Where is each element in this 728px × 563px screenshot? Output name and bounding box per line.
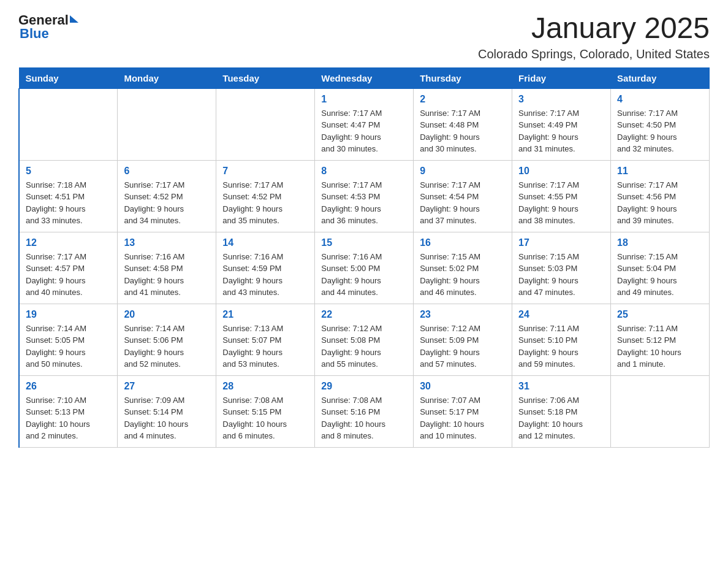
day-info: Sunrise: 7:11 AMSunset: 5:12 PMDaylight:… <box>617 323 703 370</box>
calendar-cell <box>19 88 118 160</box>
day-info: Sunrise: 7:17 AMSunset: 4:50 PMDaylight:… <box>617 107 703 155</box>
day-number: 22 <box>321 309 407 320</box>
day-number: 13 <box>124 237 210 248</box>
calendar-week-5: 26Sunrise: 7:10 AMSunset: 5:13 PMDayligh… <box>19 375 710 447</box>
day-info: Sunrise: 7:17 AMSunset: 4:47 PMDaylight:… <box>321 107 407 155</box>
day-number: 4 <box>617 94 703 105</box>
calendar-cell: 17Sunrise: 7:15 AMSunset: 5:03 PMDayligh… <box>512 232 611 304</box>
calendar-cell: 12Sunrise: 7:17 AMSunset: 4:57 PMDayligh… <box>19 232 118 304</box>
day-number: 19 <box>26 309 111 320</box>
calendar-cell: 30Sunrise: 7:07 AMSunset: 5:17 PMDayligh… <box>414 375 512 447</box>
calendar-cell: 11Sunrise: 7:17 AMSunset: 4:56 PMDayligh… <box>611 160 710 232</box>
day-number: 18 <box>617 237 703 248</box>
day-number: 26 <box>26 381 111 392</box>
day-info: Sunrise: 7:16 AMSunset: 4:58 PMDaylight:… <box>124 251 210 299</box>
day-info: Sunrise: 7:06 AMSunset: 5:18 PMDaylight:… <box>518 394 604 442</box>
calendar-cell: 1Sunrise: 7:17 AMSunset: 4:47 PMDaylight… <box>315 88 414 160</box>
calendar-cell: 19Sunrise: 7:14 AMSunset: 5:05 PMDayligh… <box>19 304 118 375</box>
calendar-cell: 27Sunrise: 7:09 AMSunset: 5:14 PMDayligh… <box>118 375 216 447</box>
day-info: Sunrise: 7:08 AMSunset: 5:16 PMDaylight:… <box>321 394 407 442</box>
day-number: 15 <box>321 237 407 248</box>
day-info: Sunrise: 7:17 AMSunset: 4:57 PMDaylight:… <box>26 251 111 299</box>
title-block: January 2025 Colorado Springs, Colorado,… <box>478 12 710 61</box>
col-saturday: Saturday <box>611 67 710 88</box>
day-info: Sunrise: 7:07 AMSunset: 5:17 PMDaylight:… <box>420 394 506 442</box>
day-info: Sunrise: 7:17 AMSunset: 4:56 PMDaylight:… <box>617 179 703 227</box>
calendar-cell <box>118 88 216 160</box>
calendar-cell: 5Sunrise: 7:18 AMSunset: 4:51 PMDaylight… <box>19 160 118 232</box>
day-info: Sunrise: 7:14 AMSunset: 5:05 PMDaylight:… <box>26 323 111 370</box>
day-number: 25 <box>617 309 703 320</box>
day-info: Sunrise: 7:12 AMSunset: 5:08 PMDaylight:… <box>321 323 407 370</box>
calendar-header: Sunday Monday Tuesday Wednesday Thursday… <box>19 67 710 88</box>
day-number: 3 <box>518 94 604 105</box>
calendar-cell: 22Sunrise: 7:12 AMSunset: 5:08 PMDayligh… <box>315 304 414 375</box>
col-friday: Friday <box>512 67 611 88</box>
calendar-cell: 2Sunrise: 7:17 AMSunset: 4:48 PMDaylight… <box>414 88 512 160</box>
calendar-cell: 28Sunrise: 7:08 AMSunset: 5:15 PMDayligh… <box>216 375 315 447</box>
col-tuesday: Tuesday <box>216 67 315 88</box>
col-thursday: Thursday <box>414 67 512 88</box>
calendar-cell: 23Sunrise: 7:12 AMSunset: 5:09 PMDayligh… <box>414 304 512 375</box>
day-info: Sunrise: 7:10 AMSunset: 5:13 PMDaylight:… <box>26 394 111 442</box>
day-info: Sunrise: 7:17 AMSunset: 4:52 PMDaylight:… <box>222 179 308 227</box>
logo-arrow-icon <box>70 15 78 23</box>
calendar-cell: 15Sunrise: 7:16 AMSunset: 5:00 PMDayligh… <box>315 232 414 304</box>
calendar-cell: 29Sunrise: 7:08 AMSunset: 5:16 PMDayligh… <box>315 375 414 447</box>
day-number: 8 <box>321 166 407 177</box>
calendar-cell: 8Sunrise: 7:17 AMSunset: 4:53 PMDaylight… <box>315 160 414 232</box>
day-number: 1 <box>321 94 407 105</box>
day-info: Sunrise: 7:15 AMSunset: 5:03 PMDaylight:… <box>518 251 604 299</box>
day-number: 9 <box>420 166 506 177</box>
calendar-week-2: 5Sunrise: 7:18 AMSunset: 4:51 PMDaylight… <box>19 160 710 232</box>
calendar-cell: 4Sunrise: 7:17 AMSunset: 4:50 PMDaylight… <box>611 88 710 160</box>
day-info: Sunrise: 7:15 AMSunset: 5:04 PMDaylight:… <box>617 251 703 299</box>
day-info: Sunrise: 7:12 AMSunset: 5:09 PMDaylight:… <box>420 323 506 370</box>
calendar-week-4: 19Sunrise: 7:14 AMSunset: 5:05 PMDayligh… <box>19 304 710 375</box>
day-number: 5 <box>26 166 111 177</box>
calendar-cell: 24Sunrise: 7:11 AMSunset: 5:10 PMDayligh… <box>512 304 611 375</box>
subtitle: Colorado Springs, Colorado, United State… <box>478 47 710 61</box>
calendar-cell: 21Sunrise: 7:13 AMSunset: 5:07 PMDayligh… <box>216 304 315 375</box>
day-number: 24 <box>518 309 604 320</box>
day-info: Sunrise: 7:17 AMSunset: 4:49 PMDaylight:… <box>518 107 604 155</box>
day-number: 30 <box>420 381 506 392</box>
col-wednesday: Wednesday <box>315 67 414 88</box>
main-title: January 2025 <box>478 12 710 45</box>
day-info: Sunrise: 7:13 AMSunset: 5:07 PMDaylight:… <box>222 323 308 370</box>
day-number: 21 <box>222 309 308 320</box>
day-number: 16 <box>420 237 506 248</box>
calendar-cell: 3Sunrise: 7:17 AMSunset: 4:49 PMDaylight… <box>512 88 611 160</box>
day-number: 10 <box>518 166 604 177</box>
calendar-cell: 9Sunrise: 7:17 AMSunset: 4:54 PMDaylight… <box>414 160 512 232</box>
calendar-cell: 26Sunrise: 7:10 AMSunset: 5:13 PMDayligh… <box>19 375 118 447</box>
calendar-cell: 31Sunrise: 7:06 AMSunset: 5:18 PMDayligh… <box>512 375 611 447</box>
day-info: Sunrise: 7:16 AMSunset: 5:00 PMDaylight:… <box>321 251 407 299</box>
day-info: Sunrise: 7:17 AMSunset: 4:52 PMDaylight:… <box>124 179 210 227</box>
calendar-cell: 18Sunrise: 7:15 AMSunset: 5:04 PMDayligh… <box>611 232 710 304</box>
calendar-cell: 6Sunrise: 7:17 AMSunset: 4:52 PMDaylight… <box>118 160 216 232</box>
calendar-week-3: 12Sunrise: 7:17 AMSunset: 4:57 PMDayligh… <box>19 232 710 304</box>
day-number: 6 <box>124 166 210 177</box>
calendar-table: Sunday Monday Tuesday Wednesday Thursday… <box>18 67 710 448</box>
day-info: Sunrise: 7:15 AMSunset: 5:02 PMDaylight:… <box>420 251 506 299</box>
day-info: Sunrise: 7:17 AMSunset: 4:55 PMDaylight:… <box>518 179 604 227</box>
day-info: Sunrise: 7:09 AMSunset: 5:14 PMDaylight:… <box>124 394 210 442</box>
day-info: Sunrise: 7:14 AMSunset: 5:06 PMDaylight:… <box>124 323 210 370</box>
col-monday: Monday <box>118 67 216 88</box>
day-number: 14 <box>222 237 308 248</box>
day-info: Sunrise: 7:17 AMSunset: 4:53 PMDaylight:… <box>321 179 407 227</box>
calendar-cell: 20Sunrise: 7:14 AMSunset: 5:06 PMDayligh… <box>118 304 216 375</box>
day-number: 28 <box>222 381 308 392</box>
calendar-cell: 25Sunrise: 7:11 AMSunset: 5:12 PMDayligh… <box>611 304 710 375</box>
col-sunday: Sunday <box>19 67 118 88</box>
day-number: 20 <box>124 309 210 320</box>
day-number: 31 <box>518 381 604 392</box>
calendar-cell: 10Sunrise: 7:17 AMSunset: 4:55 PMDayligh… <box>512 160 611 232</box>
logo: General Blue <box>18 12 78 42</box>
calendar-body: 1Sunrise: 7:17 AMSunset: 4:47 PMDaylight… <box>19 88 710 447</box>
day-number: 11 <box>617 166 703 177</box>
calendar-cell: 14Sunrise: 7:16 AMSunset: 4:59 PMDayligh… <box>216 232 315 304</box>
calendar-cell: 13Sunrise: 7:16 AMSunset: 4:58 PMDayligh… <box>118 232 216 304</box>
page-header: General Blue January 2025 Colorado Sprin… <box>18 12 710 61</box>
